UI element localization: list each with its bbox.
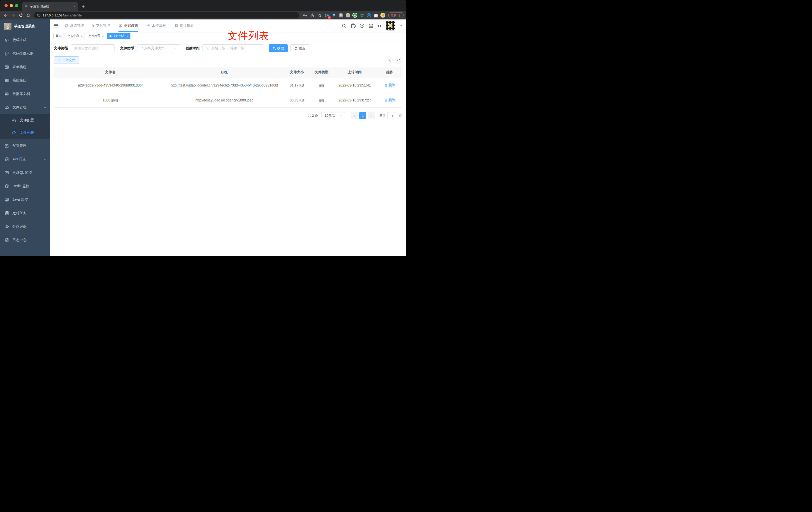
page-1-button[interactable]: 1 <box>359 112 366 119</box>
database-table-icon <box>4 92 9 96</box>
chevron-down-icon <box>340 114 343 117</box>
tag-home[interactable]: 首页 <box>53 33 64 39</box>
table-body: a294ecb2-73dd-4353-bf40-296b8931d0bf htt… <box>54 78 402 108</box>
sidebar-item-label: 数据库文档 <box>12 92 47 96</box>
topnav-item-system[interactable]: 系统管理 <box>64 20 84 32</box>
extension-green-star-icon[interactable] <box>359 12 365 18</box>
user-avatar-qr[interactable] <box>386 21 395 30</box>
toggle-search-icon[interactable] <box>385 57 393 64</box>
extension-command-icon[interactable]: ⌘ <box>338 12 344 18</box>
tab-close-icon[interactable]: × <box>74 4 76 8</box>
sidebar-item-label: 代码生成示例 <box>12 51 47 56</box>
code-icon <box>4 38 9 42</box>
page-unit-label: 页 <box>399 113 402 118</box>
sidebar-item-mysql-monitor[interactable]: MySQL 监控 <box>0 166 50 179</box>
sidebar-logo[interactable]: 🐰 芋道管理系统 <box>0 20 50 33</box>
extension-y-icon[interactable]: y <box>352 12 358 18</box>
sidebar-item-form-builder[interactable]: 表单构建 <box>0 60 50 74</box>
delete-button[interactable]: 删除 <box>384 98 395 102</box>
fold-sidebar-icon[interactable] <box>53 23 59 28</box>
search-icon[interactable] <box>342 24 346 28</box>
app-shell: 🐰 芋道管理系统 代码生成 代码生成示例 表单构建 系统接口 数据库文 <box>0 20 406 256</box>
bookmark-star-icon[interactable] <box>316 12 323 19</box>
new-tab-button[interactable]: + <box>82 4 85 9</box>
chevron-down-icon <box>44 158 47 161</box>
back-icon[interactable] <box>2 12 9 19</box>
fullscreen-icon[interactable] <box>369 24 373 28</box>
font-size-icon[interactable]: TT <box>378 24 382 28</box>
favicon-sprout-icon <box>24 5 28 8</box>
refresh-table-icon[interactable] <box>395 57 402 64</box>
extension-gem-icon[interactable] <box>331 12 337 18</box>
plus-icon: ＋ <box>58 58 61 62</box>
delete-button[interactable]: 删除 <box>384 83 395 88</box>
sidebar-item-system-api[interactable]: 系统接口 <box>0 74 50 87</box>
help-icon[interactable] <box>359 24 364 28</box>
avatar-caret-icon[interactable] <box>400 25 403 26</box>
col-header-size: 文件大小 <box>282 67 312 78</box>
sidebar-item-file-management[interactable]: 文件管理 <box>0 101 50 114</box>
github-icon[interactable] <box>351 24 355 28</box>
file-type-select[interactable]: 请选择文件类型 <box>137 44 180 52</box>
file-path-input[interactable] <box>74 47 112 50</box>
sidebar-item-log-center[interactable]: 日志中心 <box>0 233 50 247</box>
profile-avatar-icon[interactable] <box>380 12 386 18</box>
sidebar-item-file-list[interactable]: 文件列表 <box>0 127 50 139</box>
close-window-button[interactable] <box>4 4 8 7</box>
topnav-item-workflow[interactable]: 工作流程 <box>146 20 166 32</box>
site-info-icon[interactable] <box>37 13 41 17</box>
goto-page-input[interactable] <box>387 112 397 119</box>
pagination: 共 2 条 10条/页 ‹ 1 › 前往 页 <box>54 112 402 119</box>
tag-close-icon[interactable]: × <box>127 35 128 38</box>
share-icon[interactable] <box>309 12 316 19</box>
pagination-total: 共 2 条 <box>308 113 318 118</box>
upload-button-label: 上传文件 <box>62 58 75 62</box>
topnav-item-infrastructure[interactable]: 基础设施 <box>118 20 138 32</box>
sidebar-item-config-management[interactable]: 配置管理 <box>0 139 50 153</box>
sidebar-item-java-monitor[interactable]: Java 监控 <box>0 193 50 206</box>
chrome-update-button[interactable]: 更新 ⋮ <box>388 12 404 18</box>
sidebar-item-label: Redis 监控 <box>12 184 47 188</box>
forward-icon[interactable] <box>10 12 17 19</box>
topnav-item-reports[interactable]: 统计报表 <box>174 20 194 32</box>
sidebar-item-file-config[interactable]: 文件配置 <box>0 114 50 127</box>
search-button-label: 搜索 <box>277 46 284 51</box>
filter-form: 文件路径 文件类型 请选择文件类型 创建时间 <box>54 44 402 52</box>
tag-profile[interactable]: 个人中心× <box>65 33 85 39</box>
browser-menu-icon[interactable]: ⋮ <box>398 13 401 17</box>
sidebar-item-api-log[interactable]: API 日志 <box>0 153 50 166</box>
tag-label: 文件配置 <box>88 34 100 38</box>
tag-file-config[interactable]: 文件配置× <box>86 33 106 39</box>
home-icon[interactable] <box>25 12 31 19</box>
sidebar-item-code-gen-demo[interactable]: 代码生成示例 <box>0 47 50 60</box>
url-bar[interactable]: 127.0.0.1:1024/infra/file/file <box>34 12 299 19</box>
reset-button[interactable]: 重置 <box>290 44 309 52</box>
password-key-icon[interactable] <box>301 12 308 19</box>
sidebar-item-tracing[interactable]: 链路追踪 <box>0 220 50 233</box>
date-range-picker[interactable]: 开始日期 - 结束日期 <box>203 44 263 52</box>
upload-file-button[interactable]: ＋ 上传文件 <box>54 56 79 64</box>
next-page-button[interactable]: › <box>368 112 375 119</box>
sidebar-item-code-gen[interactable]: 代码生成 <box>0 33 50 47</box>
extension-kanbanflow-icon[interactable]: 11 <box>324 12 330 18</box>
chevron-up-icon <box>44 106 47 109</box>
extension-grey-dot-icon[interactable] <box>345 12 351 18</box>
page-size-select[interactable]: 10条/页 <box>321 112 345 119</box>
minimize-window-button[interactable] <box>10 4 13 7</box>
topnav-item-payment[interactable]: ¥ 支付管理 <box>92 20 110 32</box>
zoom-window-button[interactable] <box>15 4 18 7</box>
sidebar-item-db-doc[interactable]: 数据库文档 <box>0 87 50 101</box>
sidebar-item-scheduled-tasks[interactable]: 定时任务 <box>0 206 50 220</box>
reload-icon[interactable] <box>18 12 24 19</box>
tag-close-icon[interactable]: × <box>81 35 83 38</box>
cell-file-type: jpg <box>312 93 332 107</box>
tag-close-icon[interactable]: × <box>102 35 104 38</box>
prev-page-button[interactable]: ‹ <box>351 112 358 119</box>
tag-file-list[interactable]: 文件列表× <box>107 33 130 39</box>
browser-tab[interactable]: 芋道管理系统 × <box>22 2 78 11</box>
search-button[interactable]: 搜索 <box>269 44 288 52</box>
sidebar-item-redis-monitor[interactable]: Redis 监控 <box>0 179 50 193</box>
extensions-puzzle-icon[interactable] <box>373 12 379 18</box>
extension-eye-icon[interactable] <box>366 12 372 18</box>
delete-label: 删除 <box>388 83 395 88</box>
